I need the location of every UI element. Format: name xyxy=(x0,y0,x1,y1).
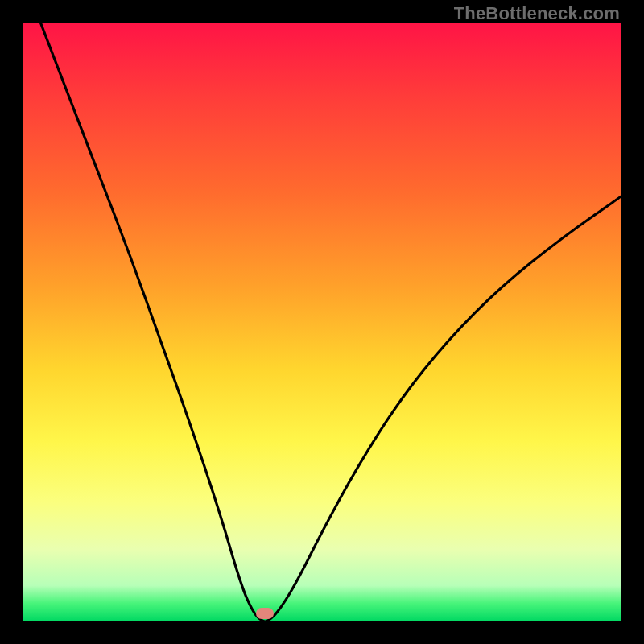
watermark-text: TheBottleneck.com xyxy=(454,3,620,24)
bottleneck-curve xyxy=(23,23,621,621)
bottleneck-marker-icon xyxy=(256,608,274,619)
chart-frame: TheBottleneck.com xyxy=(0,0,644,644)
plot-area xyxy=(23,23,621,621)
